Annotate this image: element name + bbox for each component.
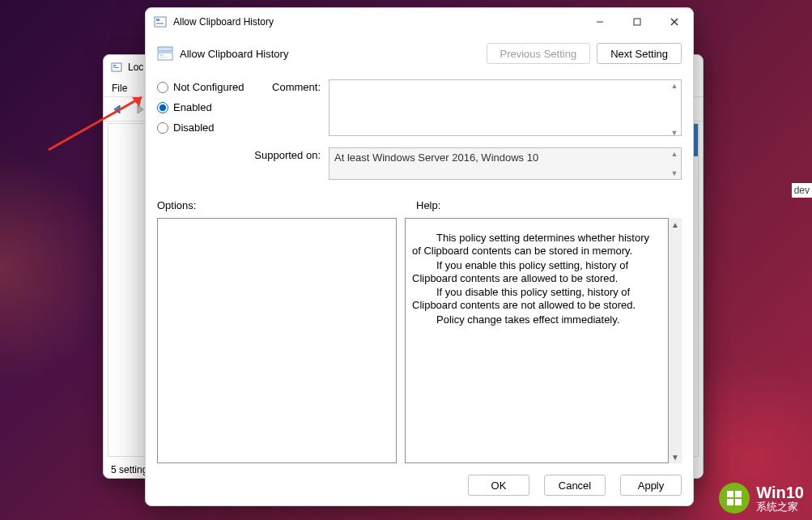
svg-rect-1	[113, 65, 116, 66]
next-setting-button[interactable]: Next Setting	[597, 43, 682, 64]
svg-rect-16	[727, 491, 733, 497]
minimize-button[interactable]	[581, 8, 619, 36]
svg-rect-10	[158, 47, 172, 51]
gpedit-icon	[110, 61, 123, 74]
supported-on-value: At least Windows Server 2016, Windows 10	[329, 147, 682, 180]
svg-rect-2	[113, 67, 119, 68]
policy-name: Allow Clipboard History	[180, 48, 480, 60]
radio-enabled-input[interactable]	[157, 102, 168, 113]
help-panel: This policy setting determines whether h…	[405, 218, 669, 463]
svg-rect-17	[735, 491, 742, 497]
svg-rect-11	[158, 53, 172, 60]
watermark-title: Win10	[756, 484, 804, 501]
radio-enabled[interactable]: Enabled	[157, 101, 254, 113]
svg-rect-13	[159, 57, 168, 58]
cancel-button[interactable]: Cancel	[544, 475, 606, 496]
svg-rect-4	[156, 19, 159, 21]
svg-rect-5	[156, 23, 164, 24]
options-panel	[157, 218, 397, 463]
help-p4: Policy change takes effect immediately.	[412, 313, 660, 326]
statusbar-text: 5 setting	[108, 464, 147, 475]
parent-title-text: Loc	[128, 62, 143, 73]
back-button[interactable]	[108, 100, 128, 118]
radio-not-configured-label: Not Configured	[173, 81, 244, 93]
scroll-up-icon[interactable]: ▲	[669, 81, 680, 91]
policy-item-icon	[157, 46, 173, 61]
dialog-titlebar: Allow Clipboard History	[146, 8, 693, 36]
scroll-down-icon[interactable]: ▼	[669, 450, 682, 463]
apply-button[interactable]: Apply	[620, 475, 682, 496]
state-radio-group: Not Configured Enabled Disabled	[157, 79, 254, 188]
previous-setting-button: Previous Setting	[487, 43, 591, 64]
scroll-down-icon[interactable]: ▼	[669, 128, 680, 138]
svg-rect-7	[634, 19, 640, 25]
radio-disabled-label: Disabled	[173, 121, 215, 134]
scroll-up-icon[interactable]: ▲	[669, 218, 682, 231]
close-button[interactable]	[656, 8, 693, 36]
help-p1: This policy setting determines whether h…	[412, 232, 660, 258]
help-p2: If you enable this policy setting, histo…	[412, 259, 660, 286]
help-p3: If you disable this policy setting, hist…	[412, 286, 660, 313]
scroll-down-icon[interactable]: ▼	[669, 168, 680, 178]
ok-button[interactable]: OK	[468, 475, 529, 496]
watermark-logo	[719, 483, 750, 514]
help-label: Help:	[416, 199, 440, 211]
comment-label: Comment:	[254, 79, 329, 139]
policy-setting-dialog: Allow Clipboard History Allow Clipboard …	[145, 7, 694, 506]
fragment-dev: dev	[792, 183, 812, 198]
radio-disabled-input[interactable]	[157, 122, 168, 134]
comment-input[interactable]	[329, 79, 682, 136]
svg-rect-3	[155, 17, 166, 27]
comment-scrollbar[interactable]: ▲ ▼	[669, 81, 680, 138]
radio-not-configured[interactable]: Not Configured	[157, 81, 254, 93]
scroll-up-icon[interactable]: ▲	[669, 149, 680, 159]
dialog-icon	[154, 15, 167, 28]
radio-disabled[interactable]: Disabled	[157, 121, 254, 134]
supported-on-label: Supported on:	[254, 147, 329, 180]
svg-rect-18	[727, 499, 733, 505]
dialog-title: Allow Clipboard History	[173, 16, 581, 28]
radio-not-configured-input[interactable]	[157, 82, 168, 93]
menu-file[interactable]: File	[112, 83, 127, 94]
svg-rect-19	[735, 499, 742, 505]
maximize-button[interactable]	[619, 8, 656, 36]
watermark-subtitle: 系统之家	[756, 501, 804, 513]
supported-scrollbar[interactable]: ▲ ▼	[669, 149, 680, 178]
radio-enabled-label: Enabled	[173, 101, 212, 113]
options-label: Options:	[157, 199, 384, 211]
help-scrollbar[interactable]: ▲ ▼	[669, 218, 682, 463]
watermark: Win10 系统之家	[719, 483, 804, 514]
svg-rect-12	[159, 54, 164, 56]
